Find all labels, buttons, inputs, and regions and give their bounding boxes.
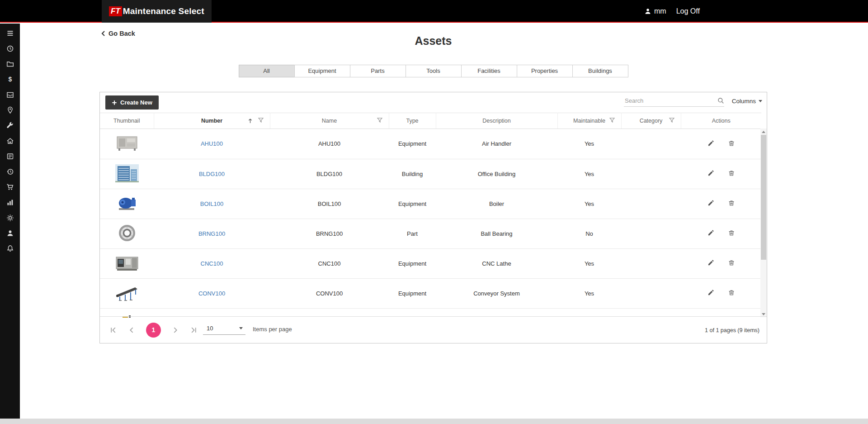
cart-icon[interactable] [0, 179, 20, 195]
col-header-maintainable[interactable]: Maintainable [557, 113, 621, 129]
current-page-button[interactable]: 1 [146, 323, 161, 338]
cell-actions [681, 278, 761, 308]
columns-dropdown[interactable]: Columns [732, 98, 762, 105]
delete-button[interactable] [726, 257, 737, 269]
col-header-name[interactable]: Name [270, 113, 389, 129]
tab-buildings[interactable]: Buildings [572, 65, 628, 77]
delete-button[interactable] [726, 228, 737, 239]
app-logo[interactable]: FT Maintenance Select [102, 0, 212, 23]
create-new-button[interactable]: Create New [105, 95, 159, 110]
main-content: Go Back Assets All Equipment Parts Tools… [20, 24, 868, 419]
col-header-number[interactable]: Number [154, 113, 270, 129]
log-off-button[interactable]: Log Off [676, 7, 700, 15]
asset-number-link[interactable]: CONV100 [198, 290, 225, 297]
history-icon[interactable] [0, 164, 20, 179]
edit-button[interactable] [705, 168, 717, 180]
pencil-icon [708, 259, 714, 266]
newspaper-icon[interactable] [0, 148, 20, 164]
asset-number-link[interactable]: BOIL100 [200, 200, 223, 207]
cell-name: CNC100 [270, 248, 389, 278]
cell-thumbnail [100, 219, 154, 248]
first-page-button[interactable] [109, 326, 118, 334]
cell-category [621, 278, 681, 308]
edit-button[interactable] [705, 287, 717, 299]
ball-bearing-photo [117, 224, 137, 242]
delete-button[interactable] [726, 287, 737, 299]
home-icon[interactable] [0, 133, 20, 148]
bell-icon[interactable] [0, 241, 20, 256]
user-icon [644, 8, 651, 15]
trash-icon [728, 289, 735, 296]
cell-name: AHU100 [270, 129, 389, 159]
vertical-scrollbar[interactable] [760, 129, 767, 317]
triangle-up-icon [762, 131, 765, 133]
edit-button[interactable] [705, 228, 717, 239]
edit-button[interactable] [705, 198, 717, 210]
cell-number: CONV100 [154, 278, 270, 308]
asset-number-link[interactable]: BRNG100 [198, 230, 225, 237]
asset-number-link[interactable]: BLDG100 [199, 171, 225, 177]
filter-icon[interactable] [669, 118, 675, 124]
table-row: BLDG100 BLDG100 Building Office Building… [100, 159, 761, 189]
next-page-button[interactable] [171, 326, 179, 334]
user-initials[interactable]: mm [654, 7, 666, 15]
filter-icon[interactable] [609, 118, 615, 124]
last-page-button[interactable] [189, 326, 198, 334]
horizontal-scrollbar-track[interactable] [0, 419, 868, 424]
table-row: CNC100 CNC100 Equipment CNC Lathe Yes [100, 248, 761, 278]
clock-icon[interactable] [0, 41, 20, 56]
tab-facilities[interactable]: Facilities [461, 65, 517, 77]
delete-button[interactable] [726, 168, 737, 180]
previous-page-button[interactable] [127, 326, 136, 334]
plus-icon [112, 100, 117, 105]
dollar-icon[interactable]: $ [0, 71, 20, 87]
tab-properties[interactable]: Properties [517, 65, 573, 77]
edit-button[interactable] [705, 257, 717, 269]
cell-number: BRNG100 [154, 219, 270, 248]
tab-all[interactable]: All [239, 65, 295, 77]
cell-category [621, 189, 681, 219]
gear-icon[interactable] [0, 210, 20, 225]
chevron-right-icon [172, 327, 179, 333]
scrollbar-thumb[interactable] [761, 135, 766, 260]
filter-icon[interactable] [258, 118, 264, 124]
user-icon[interactable] [0, 225, 20, 241]
cell-thumbnail [100, 278, 154, 308]
chevron-down-icon [759, 100, 762, 102]
cell-number: BLDG100 [154, 159, 270, 189]
tab-equipment[interactable]: Equipment [294, 65, 350, 77]
table-row: BOIL100 BOIL100 Equipment Boiler Yes [100, 189, 761, 219]
folder-icon[interactable] [0, 56, 20, 71]
bar-chart-icon[interactable] [0, 195, 20, 210]
delete-button[interactable] [726, 198, 737, 210]
tab-tools[interactable]: Tools [406, 65, 462, 77]
trash-icon [728, 229, 735, 236]
cell-name: BOIL100 [270, 189, 389, 219]
cell-type: Building [389, 159, 436, 189]
cell-type: Equipment [389, 248, 436, 278]
archive-box-icon[interactable] [0, 87, 20, 102]
wrench-icon[interactable] [0, 118, 20, 133]
cell-description: Boiler [436, 189, 557, 219]
create-new-label: Create New [120, 99, 152, 106]
delete-button[interactable] [726, 138, 737, 150]
search-input[interactable] [624, 95, 717, 106]
filter-icon[interactable] [377, 118, 382, 124]
asset-number-link[interactable]: AHU100 [201, 140, 223, 147]
col-header-type[interactable]: Type [389, 113, 436, 129]
pencil-icon [708, 229, 714, 236]
first-page-icon [110, 327, 117, 333]
scroll-up-button[interactable] [760, 129, 767, 135]
tab-parts[interactable]: Parts [350, 65, 406, 77]
logo-ft-mark: FT [109, 6, 122, 16]
col-header-description[interactable]: Description [436, 113, 557, 129]
asset-number-link[interactable]: CNC100 [201, 260, 223, 267]
pin-icon[interactable] [0, 102, 20, 118]
edit-button[interactable] [705, 138, 717, 150]
col-header-category[interactable]: Category [621, 113, 681, 129]
cell-maintainable: Yes [557, 189, 621, 219]
page-size-select[interactable]: 10 [203, 324, 245, 335]
menu-icon[interactable] [0, 25, 20, 41]
cell-type: Equipment [389, 129, 436, 159]
svg-text:$: $ [8, 76, 12, 83]
